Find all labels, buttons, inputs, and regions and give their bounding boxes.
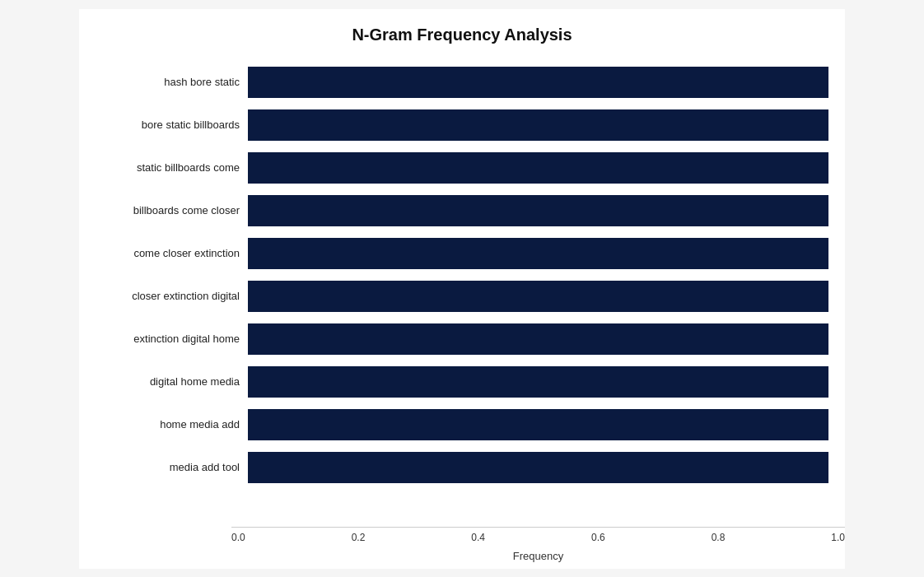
bar-label: extinction digital home — [96, 333, 248, 345]
bar-label: closer extinction digital — [96, 290, 248, 302]
x-tick-label: 0.4 — [471, 532, 485, 543]
bar-fill — [248, 238, 828, 269]
chart-title: N-Gram Frequency Analysis — [96, 26, 828, 44]
x-ticks: 0.00.20.40.60.81.0 — [231, 528, 845, 543]
bar-row: bore static billboards — [96, 104, 828, 147]
bar-fill — [248, 323, 828, 355]
bar-fill — [248, 366, 828, 398]
x-tick-label: 0.0 — [231, 532, 245, 543]
bar-track — [248, 67, 828, 98]
bar-fill — [248, 409, 828, 440]
bar-label: bore static billboards — [96, 119, 248, 131]
bar-fill — [248, 152, 828, 184]
bar-track — [248, 452, 828, 483]
bar-track — [248, 109, 828, 141]
bar-label: media add tool — [96, 461, 248, 473]
bar-track — [248, 152, 828, 184]
bar-row: media add tool — [96, 446, 828, 489]
bar-label: billboards come closer — [96, 204, 248, 216]
x-axis: 0.00.20.40.60.81.0 Frequency — [231, 528, 845, 569]
bar-track — [248, 323, 828, 355]
bar-label: come closer extinction — [96, 247, 248, 259]
bar-fill — [248, 281, 828, 312]
chart-area: hash bore staticbore static billboardsst… — [96, 61, 828, 489]
bar-label: static billboards come — [96, 161, 248, 174]
x-tick-label: 0.8 — [712, 532, 726, 543]
x-tick-label: 1.0 — [831, 532, 845, 543]
chart-container: N-Gram Frequency Analysis hash bore stat… — [79, 9, 845, 569]
x-tick-label: 0.2 — [352, 532, 366, 543]
bar-row: static billboards come — [96, 147, 828, 189]
bar-track — [248, 366, 828, 398]
bar-row: home media add — [96, 403, 828, 446]
bar-label: hash bore static — [96, 76, 248, 88]
bar-label: home media add — [96, 418, 248, 430]
x-axis-label: Frequency — [231, 550, 845, 562]
bar-row: hash bore static — [96, 61, 828, 104]
bar-label: digital home media — [96, 375, 248, 388]
bar-fill — [248, 452, 828, 483]
bar-track — [248, 195, 828, 226]
bar-row: closer extinction digital — [96, 275, 828, 318]
x-tick-label: 0.6 — [591, 532, 605, 543]
bar-fill — [248, 195, 828, 226]
bar-row: billboards come closer — [96, 189, 828, 232]
bar-row: extinction digital home — [96, 318, 828, 361]
bar-fill — [248, 109, 828, 141]
bar-row: come closer extinction — [96, 232, 828, 275]
bar-track — [248, 409, 828, 440]
bar-track — [248, 238, 828, 269]
bar-fill — [248, 67, 828, 98]
bar-row: digital home media — [96, 361, 828, 403]
bar-track — [248, 281, 828, 312]
